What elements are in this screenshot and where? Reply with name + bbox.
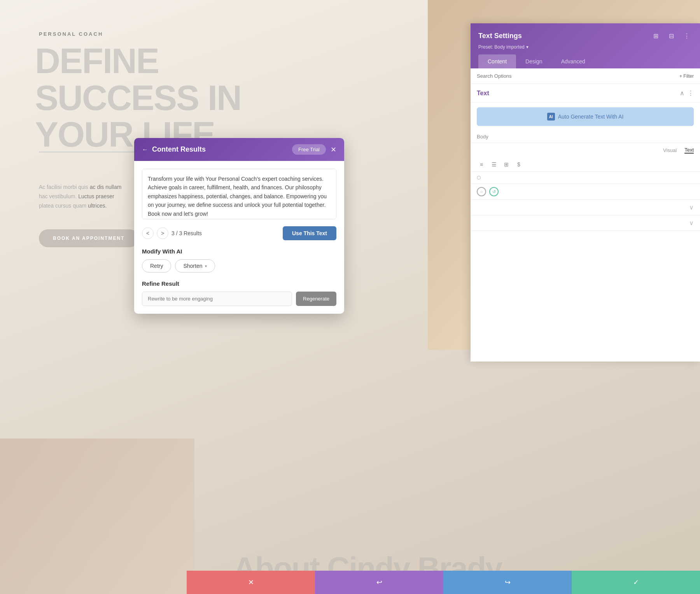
panel-title: Text Settings (478, 32, 522, 40)
body-label-row: Body (471, 131, 700, 143)
search-bar-row: + Filter (471, 68, 700, 84)
refine-section: Refine Result Regenerate (142, 280, 336, 306)
text-section-title: Text (477, 90, 489, 97)
modal-title: Content Results (152, 145, 206, 154)
panel-header: Text Settings ⊞ ⊟ ⋮ Preset: Body importe… (471, 23, 700, 68)
search-input[interactable] (477, 73, 676, 79)
panel-preset[interactable]: Preset: Body imported ▾ (478, 44, 692, 50)
site-cta-button[interactable]: BOOK AN APPOINTMENT (39, 229, 138, 247)
modify-section-title: Modify With AI (142, 248, 336, 255)
panel-header-icons: ⊞ ⊟ ⋮ (650, 30, 692, 41)
panel-tabs: Content Design Advanced (478, 54, 692, 68)
tab-visual[interactable]: Visual (663, 147, 677, 153)
tab-design[interactable]: Design (516, 54, 552, 68)
refine-input-row: Regenerate (142, 292, 336, 306)
bottom-action-bar: ✕ ↩ ↪ ✓ (187, 571, 700, 594)
body-label: Body (477, 134, 488, 140)
use-text-button[interactable]: Use This Text (283, 226, 336, 240)
result-textarea[interactable] (142, 169, 336, 219)
retry-button[interactable]: Retry (142, 259, 171, 273)
circle-icon-2[interactable]: ↺ (489, 187, 499, 196)
modal-close-button[interactable]: ✕ (331, 146, 336, 153)
align-center-icon[interactable]: ☰ (489, 160, 499, 169)
close-bottom-button[interactable]: ✕ (187, 571, 315, 594)
background-bottom-left (0, 439, 194, 594)
modal-back-icon[interactable]: ← (142, 146, 148, 153)
refine-section-title: Refine Result (142, 280, 336, 287)
free-trial-badge[interactable]: Free Trial (292, 144, 326, 155)
modal-header-left: ← Content Results (142, 145, 206, 154)
tab-content[interactable]: Content (478, 54, 516, 68)
modify-section: Modify With AI Retry Shorten ▾ (142, 248, 336, 273)
site-headline: DEFINE SUCCESS IN YOUR LIFE (35, 43, 241, 153)
refine-input[interactable] (142, 292, 292, 306)
undo-button[interactable]: ↩ (315, 571, 443, 594)
chevron-down-2[interactable]: ∨ (689, 219, 694, 227)
modify-buttons: Retry Shorten ▾ (142, 259, 336, 273)
align-grid-icon[interactable]: ⊞ (502, 160, 511, 169)
section-more-icon[interactable]: ⋮ (688, 89, 694, 97)
text-section-header: Text ∧ ⋮ (471, 84, 700, 103)
site-label: PERSONAL COACH (39, 31, 103, 37)
regenerate-button[interactable]: Regenerate (296, 292, 336, 306)
more-options-icon[interactable]: ⋮ (681, 30, 692, 41)
modal-header-right: Free Trial ✕ (292, 144, 336, 155)
ai-generate-button[interactable]: AI Auto Generate Text With AI (477, 107, 694, 126)
modal-header: ← Content Results Free Trial ✕ (134, 138, 344, 161)
redo-button[interactable]: ↪ (443, 571, 572, 594)
collapse-icon[interactable]: ∧ (680, 89, 684, 97)
content-results-modal: ← Content Results Free Trial ✕ < > 3 / 3… (134, 138, 344, 314)
columns-icon[interactable]: ⊟ (666, 30, 677, 41)
prev-result-button[interactable]: < (142, 227, 154, 239)
shorten-button[interactable]: Shorten ▾ (175, 259, 215, 273)
next-result-button[interactable]: > (157, 227, 168, 239)
modal-body: < > 3 / 3 Results Use This Text Modify W… (134, 161, 344, 314)
text-settings-panel: Text Settings ⊞ ⊟ ⋮ Preset: Body importe… (471, 23, 700, 362)
tab-text[interactable]: Text (684, 147, 694, 154)
expand-area: ⬡ (477, 175, 481, 180)
focus-icon[interactable]: ⊞ (650, 30, 661, 41)
result-nav-row: < > 3 / 3 Results Use This Text (142, 226, 336, 240)
align-left-icon[interactable]: ≡ (477, 160, 486, 169)
confirm-button[interactable]: ✓ (572, 571, 700, 594)
circle-icon-1[interactable]: ○ (477, 187, 486, 196)
ai-icon: AI (547, 113, 555, 121)
shorten-chevron: ▾ (205, 264, 207, 268)
chevron-down-1[interactable]: ∨ (689, 204, 694, 211)
currency-icon[interactable]: $ (514, 160, 523, 169)
filter-button[interactable]: + Filter (679, 73, 694, 79)
text-section-icons: ∧ ⋮ (680, 89, 694, 97)
result-nav-left: < > 3 / 3 Results (142, 227, 202, 239)
result-counter: 3 / 3 Results (172, 230, 202, 236)
panel-body: + Filter Text ∧ ⋮ AI Auto Generate Text … (471, 68, 700, 362)
tab-advanced[interactable]: Advanced (552, 54, 595, 68)
